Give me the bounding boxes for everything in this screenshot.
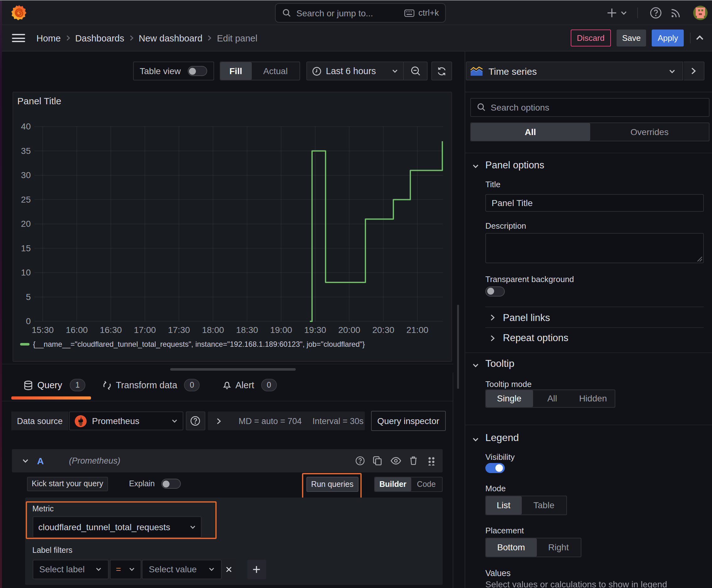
svg-text:16:30: 16:30: [100, 325, 122, 335]
svg-text:15: 15: [21, 244, 30, 253]
svg-text:20: 20: [21, 219, 30, 229]
svg-text:19:00: 19:00: [270, 325, 292, 335]
svg-text:18:00: 18:00: [201, 325, 223, 335]
svg-text:18:30: 18:30: [236, 325, 258, 335]
svg-text:16:00: 16:00: [65, 325, 87, 335]
svg-text:21:00: 21:00: [406, 325, 428, 335]
svg-text:0: 0: [25, 316, 30, 326]
svg-text:10: 10: [21, 268, 30, 277]
svg-text:30: 30: [21, 170, 30, 180]
svg-text:35: 35: [21, 146, 30, 156]
svg-text:25: 25: [21, 195, 30, 205]
svg-text:19:30: 19:30: [304, 325, 326, 335]
svg-text:20:30: 20:30: [372, 325, 394, 335]
svg-text:15:30: 15:30: [31, 325, 53, 335]
svg-text:40: 40: [21, 122, 30, 131]
svg-text:20:00: 20:00: [338, 325, 360, 335]
svg-text:17:00: 17:00: [133, 325, 155, 335]
svg-text:17:30: 17:30: [168, 325, 190, 335]
svg-text:5: 5: [25, 292, 30, 302]
